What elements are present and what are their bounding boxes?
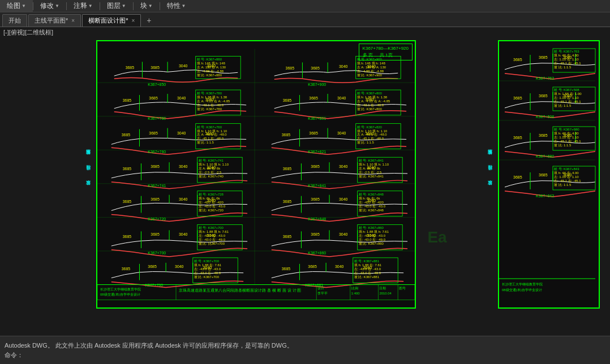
svg-text:3685: 3685 xyxy=(539,173,548,177)
menu-annotate[interactable]: 注释 ▼ xyxy=(67,0,100,12)
menu-properties[interactable]: 特性 ▼ xyxy=(160,0,193,12)
svg-text:坡 比: K367+720: 坡 比: K367+720 xyxy=(198,209,224,212)
blocks-arrow-icon: ▼ xyxy=(148,3,153,8)
svg-text:填 h: 148 填 h: 148: 填 h: 148 填 h: 148 xyxy=(196,62,226,65)
menu-blocks[interactable]: 块 ▼ xyxy=(134,0,160,12)
svg-text:填 h: 1.10 填 h: 1.10: 填 h: 1.10 填 h: 1.10 xyxy=(198,163,229,166)
cad-drawing-svg: 3685 3685 3040 3040 K367+850 桩 号: K367+8… xyxy=(97,41,415,307)
svg-text:3685: 3685 xyxy=(123,235,132,239)
svg-text:3685: 3685 xyxy=(122,267,131,271)
svg-text:京珠高速道路某互通第八合同段路基横断面设计路 基 横 断 面: 京珠高速道路某互通第八合同段路基横断面设计路 基 横 断 面 设 计 图 xyxy=(179,288,302,293)
svg-text:坡 比: 1:1.5: 坡 比: 1:1.5 xyxy=(196,141,214,144)
menu-layers[interactable]: 图层 ▼ xyxy=(100,0,133,12)
svg-text:3040: 3040 xyxy=(179,64,188,68)
layers-arrow-icon: ▼ xyxy=(122,3,126,8)
svg-text:左: -43.0 右: -43.0: 左: -43.0 右: -43.0 xyxy=(199,234,226,237)
svg-text:3040: 3040 xyxy=(337,131,346,135)
svg-text:桩 号: K367+680: 桩 号: K367+680 xyxy=(553,127,579,131)
bottom-bar: Autodesk DWG。 此文件上次由 Autodesk 应用程序或 Auto… xyxy=(0,336,610,364)
svg-text:3685: 3685 xyxy=(123,98,132,102)
annotate-arrow-icon: ▼ xyxy=(88,3,93,8)
svg-text:3685: 3685 xyxy=(311,66,320,70)
svg-text:李平平: 李平平 xyxy=(317,292,328,295)
svg-text:K367+760: K367+760 xyxy=(148,150,166,154)
properties-arrow-icon: ▼ xyxy=(182,3,186,8)
svg-text:3685: 3685 xyxy=(122,133,131,137)
tab-add-button[interactable]: + xyxy=(143,14,154,27)
tab-start[interactable]: 开始 xyxy=(2,14,27,27)
tab-cross-section-close[interactable]: × xyxy=(131,18,135,24)
menu-draw[interactable]: 绘图 ▼ xyxy=(0,0,33,12)
right-vert-text-3: 监控承 xyxy=(488,188,493,189)
menu-bar: 绘图 ▼ 修改 ▼ 注释 ▼ 图层 ▼ 块 ▼ 特性 ▼ xyxy=(0,0,610,12)
svg-text:3685: 3685 xyxy=(513,175,522,179)
right-vert-text-1: 监控测量 xyxy=(488,157,493,159)
svg-text:坡 比: K367+700: 坡 比: K367+700 xyxy=(194,275,220,279)
svg-text:左 A: -4.85 右 A: -4.85: 左 A: -4.85 右 A: -4.85 xyxy=(197,99,230,103)
svg-text:坡 比: 1:1.5: 坡 比: 1:1.5 xyxy=(553,104,572,107)
svg-text:3685: 3685 xyxy=(149,131,158,135)
svg-text:长沙理工大学继续教育学院: 长沙理工大学继续教育学院 xyxy=(502,282,543,286)
svg-text:长沙理工大学继续教育学院: 长沙理工大学继续教育学院 xyxy=(100,287,141,291)
svg-text:桩 号: K367+880: 桩 号: K367+880 xyxy=(196,57,222,61)
svg-text:桩 号: K367+860: 桩 号: K367+860 xyxy=(358,226,384,229)
svg-text:填 h: 1.38 填 h: 1.38: 填 h: 1.38 填 h: 1.38 xyxy=(196,96,227,99)
menu-modify[interactable]: 修改 ▼ xyxy=(33,0,66,12)
svg-text:左 A: -4.85 右 A: -4.85: 左 A: -4.85 右 A: -4.85 xyxy=(357,99,390,103)
svg-text:08级交通(本)自学毕业设计: 08级交通(本)自学毕业设计 xyxy=(100,292,140,296)
svg-text:左: -420 右: -420: 左: -420 右: -420 xyxy=(359,201,384,204)
svg-text:填 h: 1.10 填 h: 1.10: 填 h: 1.10 填 h: 1.10 xyxy=(358,163,389,166)
svg-text:坡 比: K367+780: 坡 比: K367+780 xyxy=(196,107,222,111)
svg-text:K367+843: K367+843 xyxy=(536,194,554,198)
svg-text:填 h: 1.10 填 h: 1.10: 填 h: 1.10 填 h: 1.10 xyxy=(356,129,388,133)
tab-cross-section[interactable]: 横断面设计图* × xyxy=(82,14,141,27)
svg-text:3040: 3040 xyxy=(175,265,184,268)
svg-text:K367+741: K367+741 xyxy=(148,184,166,188)
svg-text:左: -45.1 右: -48.0: 左: -45.1 右: -48.0 xyxy=(197,137,224,140)
left-vert-text-3: 监控承 xyxy=(86,188,92,189)
svg-text:左: -4.88 右: -4.88: 左: -4.88 右: -4.88 xyxy=(197,70,224,73)
svg-text:左: -43.0 右: -49.0: 左: -43.0 右: -49.0 xyxy=(199,238,226,241)
svg-text:左 A: -45.1 右: -48.0: 左 A: -45.1 右: -48.0 xyxy=(357,133,388,136)
right-vertical-labels: 监控测量 道路征 监控承 xyxy=(486,46,496,300)
svg-text:K367+700: K367+700 xyxy=(148,251,166,255)
svg-text:桩 号: K367+700: 桩 号: K367+700 xyxy=(198,226,224,229)
svg-text:3685: 3685 xyxy=(311,197,320,201)
svg-text:K367+900: K367+900 xyxy=(308,83,326,86)
svg-text:2010.04: 2010.04 xyxy=(379,292,392,295)
svg-text:坡 比: 1:1.5: 坡 比: 1:1.5 xyxy=(356,141,375,144)
command-label: 命令： xyxy=(5,351,23,359)
svg-text:3040: 3040 xyxy=(177,96,186,100)
svg-text:桩 号: K367+763: 桩 号: K367+763 xyxy=(553,49,579,53)
svg-text:左: -45.1 右: -45.1: 左: -45.1 右: -45.1 xyxy=(554,100,581,103)
svg-text:3685: 3685 xyxy=(539,133,548,137)
left-vert-text-2: 道路征 xyxy=(86,172,92,174)
svg-text:填 h: 46 右: 4.00: 填 h: 46 右: 4.00 xyxy=(553,54,579,57)
svg-text:3040: 3040 xyxy=(177,131,186,135)
svg-text:填 h: 1.88 右: 1.00: 填 h: 1.88 右: 1.00 xyxy=(553,92,582,96)
svg-text:坡 比: 1:1.5: 坡 比: 1:1.5 xyxy=(553,144,572,147)
svg-text:填 h: 46 右: 4.00: 填 h: 46 右: 4.00 xyxy=(553,171,579,175)
svg-text:3685: 3685 xyxy=(123,200,132,203)
svg-text:填 h: 6k 右: 6k: 填 h: 6k 右: 6k xyxy=(198,197,220,200)
svg-text:左 A: 130 右 A: 130: 左 A: 130 右 A: 130 xyxy=(357,66,386,69)
svg-text:左: -45.1 右: -45.1: 左: -45.1 右: -45.1 xyxy=(554,179,581,183)
svg-text:坡 比: K367+841: 坡 比: K367+841 xyxy=(358,175,384,178)
svg-text:坡 比: K367+900: 坡 比: K367+900 xyxy=(356,73,383,77)
command-input[interactable] xyxy=(25,352,139,358)
svg-text:左: -4.88 右: -4.88: 左: -4.88 右: -4.88 xyxy=(357,70,384,73)
svg-text:填 h: 1.38 填 h: 1.38: 填 h: 1.38 填 h: 1.38 xyxy=(356,96,388,99)
svg-text:日期: 日期 xyxy=(379,287,386,290)
svg-text:填 h: 6k 右: 6k: 填 h: 6k 右: 6k xyxy=(358,197,380,200)
command-line: 命令： xyxy=(5,351,605,359)
svg-text:3685: 3685 xyxy=(148,265,157,268)
svg-text:3040: 3040 xyxy=(179,197,188,201)
drawing-area[interactable]: 监控测量 道路征 监控承 监控测量 道路征 监控承 K367+780—K367+… xyxy=(0,37,610,336)
tab-main-plan-close[interactable]: × xyxy=(71,18,75,24)
svg-text:3685: 3685 xyxy=(539,94,548,98)
svg-text:3040: 3040 xyxy=(335,265,344,268)
svg-text:坡 比: K367+880: 坡 比: K367+880 xyxy=(196,73,222,77)
svg-text:坡 比: K367+860: 坡 比: K367+860 xyxy=(358,242,384,245)
tab-main-plan[interactable]: 主线平面图* × xyxy=(28,14,81,27)
svg-text:3685: 3685 xyxy=(283,200,292,203)
